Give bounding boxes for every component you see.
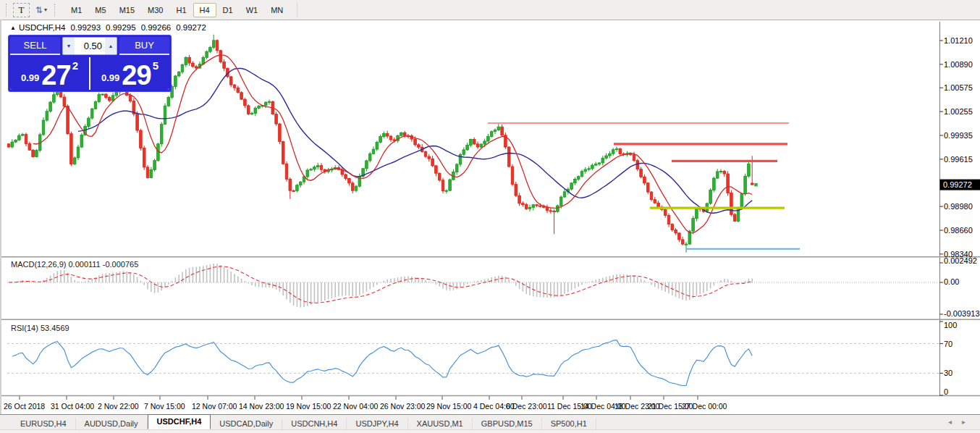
timeframe-button-m5[interactable]: M5 <box>88 3 112 17</box>
chart-tab-bar: EURUSD,H4AUDUSD,DailyUSDCHF,H4USDCAD,Dai… <box>0 414 980 429</box>
timeframe-button-mn[interactable]: MN <box>264 3 290 17</box>
buy-price-pip: 5 <box>153 59 159 72</box>
top-toolbar: T ⇅ ▾ M1M5M15M30H1H4D1W1MN <box>0 0 980 20</box>
rsi-axis-label: 70 <box>944 340 952 348</box>
current-price-tag: 0.99272 <box>940 180 980 190</box>
svg-text:1.00890: 1.00890 <box>944 60 973 69</box>
svg-text:0.99935: 0.99935 <box>944 131 973 140</box>
toolbar-separator <box>297 3 297 17</box>
chart-symbol-label: USDCHF,H4 <box>19 23 66 32</box>
chart-tab-gbpusd-m15[interactable]: GBPUSD,M15 <box>473 418 542 429</box>
chart-tab-audusd-daily[interactable]: AUDUSD,Daily <box>76 418 148 429</box>
rsi-axis-label: 0 <box>944 387 948 396</box>
rsi-label: RSI(14) 53.4569 <box>11 324 69 332</box>
timeframe-button-h1[interactable]: H1 <box>169 3 193 17</box>
svg-text:26 Oct 2018: 26 Oct 2018 <box>4 402 45 411</box>
chart-tab-xauusd-m1[interactable]: XAUUSD,M1 <box>408 418 473 429</box>
timeframe-button-m1[interactable]: M1 <box>64 3 88 17</box>
volume-increase-button[interactable]: ▲ <box>105 38 117 54</box>
svg-text:19 Nov 15:00: 19 Nov 15:00 <box>286 402 331 411</box>
timeframe-button-h4[interactable]: H4 <box>193 3 216 17</box>
rsi-axis-label: 30 <box>944 369 952 377</box>
cursor-arrows-button[interactable]: ⇅ ▾ <box>32 3 51 17</box>
svg-text:1.00575: 1.00575 <box>944 83 973 92</box>
svg-text:0.98980: 0.98980 <box>944 202 973 211</box>
svg-text:1.00255: 1.00255 <box>944 107 973 116</box>
chart-tab-sp500-h1[interactable]: SP500,H1 <box>542 418 596 429</box>
sell-price-pip: 2 <box>72 59 78 72</box>
volume-input[interactable] <box>75 38 105 54</box>
one-click-trading-panel: SELL ▼ ▲ BUY 0.99 27 2 0.99 29 5 <box>8 35 172 92</box>
buy-price-panel[interactable]: 0.99 29 5 <box>90 57 169 90</box>
toolbar-grip <box>54 4 58 17</box>
svg-text:0.98660: 0.98660 <box>944 226 973 235</box>
price-axis[interactable]: 1.012101.008901.005751.002550.999350.996… <box>939 36 973 258</box>
volume-decrease-button[interactable]: ▼ <box>63 38 75 54</box>
timeframe-toolbar: M1M5M15M30H1H4D1W1MN <box>64 3 290 17</box>
last-price-marker <box>754 183 758 187</box>
svg-text:0.99615: 0.99615 <box>944 155 973 164</box>
rsi-line <box>12 340 752 386</box>
timeframe-button-d1[interactable]: D1 <box>216 3 240 17</box>
macd-axis-label: 0.00 <box>944 277 959 286</box>
svg-text:0.99272: 0.99272 <box>943 180 972 189</box>
buy-price-big: 29 <box>122 64 151 87</box>
svg-text:29 Nov 15:00: 29 Nov 15:00 <box>426 402 472 411</box>
date-axis[interactable]: 26 Oct 201831 Oct 04:002 Nov 22:007 Nov … <box>4 396 727 411</box>
toolbar-grip <box>6 4 9 17</box>
chart-window: 1.012101.008901.005751.002550.999350.996… <box>0 20 980 414</box>
macd-label: MACD(12,26,9) 0.000111 -0.000765 <box>11 260 138 269</box>
chart-tab-eurusd-h4[interactable]: EURUSD,H4 <box>12 418 76 429</box>
buy-button[interactable]: BUY <box>119 37 169 55</box>
rsi-axis-label: 100 <box>944 321 957 329</box>
chart-tab-usdcad-daily[interactable]: USDCAD,Daily <box>211 418 282 429</box>
symbol-marker-icon: ▲ <box>10 25 16 31</box>
ohlc-low-value: 0.99266 <box>141 23 172 32</box>
sell-button[interactable]: SELL <box>10 37 60 55</box>
svg-text:2 Nov 22:00: 2 Nov 22:00 <box>98 402 139 411</box>
timeframe-button-w1[interactable]: W1 <box>240 3 265 17</box>
volume-stepper: ▼ ▲ <box>62 37 117 55</box>
text-tool-button[interactable]: T <box>13 3 30 17</box>
timeframe-button-m30[interactable]: M30 <box>141 3 169 17</box>
tabs-scroll-left-button[interactable]: ◂ <box>948 418 962 426</box>
chart-tab-usdcnh-h4[interactable]: USDCNH,H4 <box>282 418 347 429</box>
svg-text:27 Dec 00:00: 27 Dec 00:00 <box>682 402 727 411</box>
ohlc-open-value: 0.99293 <box>70 23 101 32</box>
svg-text:26 Nov 23:00: 26 Nov 23:00 <box>380 402 426 411</box>
svg-text:12 Nov 07:00: 12 Nov 07:00 <box>192 402 237 411</box>
svg-text:6 Dec 23:00: 6 Dec 23:00 <box>506 402 547 411</box>
chart-tab-usdjpy-h4[interactable]: USDJPY,H4 <box>347 418 407 429</box>
macd-axis-label: 0.002492 <box>944 256 977 265</box>
arrows-icon: ⇅ <box>35 6 43 14</box>
buy-price-prefix: 0.99 <box>101 72 119 83</box>
sell-price-prefix: 0.99 <box>21 72 39 83</box>
svg-text:31 Oct 04:00: 31 Oct 04:00 <box>51 402 94 411</box>
sell-price-big: 27 <box>41 64 70 87</box>
svg-text:7 Nov 15:00: 7 Nov 15:00 <box>144 402 185 411</box>
svg-text:1.01210: 1.01210 <box>944 36 973 45</box>
ohlc-close-value: 0.99272 <box>176 23 206 32</box>
sell-price-panel[interactable]: 0.99 27 2 <box>10 57 89 90</box>
chart-title: ▲USDCHF,H40.992930.992950.992660.99272 <box>10 23 206 32</box>
chevron-down-icon: ▾ <box>44 7 47 13</box>
macd-axis-label: -0.003913 <box>944 309 980 318</box>
svg-text:22 Nov 04:00: 22 Nov 04:00 <box>333 402 379 411</box>
chart-tabs: EURUSD,H4AUDUSD,DailyUSDCHF,H4USDCAD,Dai… <box>12 415 596 429</box>
macd-histogram <box>9 264 752 307</box>
status-bar <box>0 429 980 433</box>
svg-text:14 Nov 23:00: 14 Nov 23:00 <box>239 402 284 411</box>
mt4-window: T ⇅ ▾ M1M5M15M30H1H4D1W1MN 1.012101.0089… <box>0 0 980 433</box>
timeframe-button-m15[interactable]: M15 <box>113 3 141 17</box>
tabs-scroll-right-button[interactable]: ▸ <box>962 418 976 426</box>
chart-tab-usdchf-h4[interactable]: USDCHF,H4 <box>148 414 211 429</box>
ohlc-high-value: 0.99295 <box>106 23 136 32</box>
